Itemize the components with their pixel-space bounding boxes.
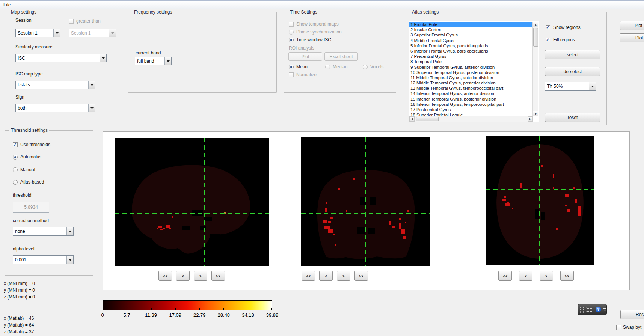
colorbar-tick — [223, 308, 224, 310]
nav-next-button[interactable]: > — [540, 271, 553, 281]
activation-voxel — [556, 228, 558, 231]
atlas-region-item[interactable]: 5 Inferior Frontal Gyrus, pars triangula… — [409, 43, 533, 48]
similarity-measure-dropdown[interactable]: ISC — [15, 54, 107, 62]
vertical-scroll-thumb[interactable]: ☰ — [533, 28, 538, 47]
nav-first-button[interactable]: << — [158, 271, 172, 281]
menu-bar: File — [0, 1, 644, 9]
atlas-threshold-value: Th 50% — [545, 82, 589, 90]
nav-last-button[interactable]: >> — [354, 271, 368, 281]
atlas-based-radio[interactable] — [13, 180, 18, 185]
atlas-settings-panel: Atlas settings 1 Frontal Pole2 Insular C… — [406, 12, 607, 125]
activation-voxel — [403, 236, 406, 238]
brain-view-axial[interactable] — [486, 136, 594, 265]
activation-voxel — [399, 218, 400, 219]
dark-patch — [535, 209, 539, 219]
activation-voxel — [399, 223, 401, 228]
plot-axial-button[interactable]: Plot axia — [620, 33, 644, 42]
isc-map-type-dropdown[interactable]: t-stats — [15, 81, 95, 89]
nav-prev-button[interactable]: < — [319, 271, 333, 281]
scroll-right-icon[interactable]: ▶ — [528, 116, 533, 122]
atlas-region-item[interactable]: 16 Inferior Temporal Gyrus, temporooccip… — [409, 102, 533, 107]
activation-voxel — [157, 228, 159, 229]
brain-view-coronal[interactable] — [301, 137, 430, 266]
voxels-radio — [363, 65, 368, 69]
show-regions-label: Show regions — [553, 25, 581, 30]
atlas-region-item[interactable]: 14 Inferior Temporal Gyrus, anterior div… — [409, 91, 533, 96]
atlas-region-item[interactable]: 17 Postcentral Gyrus — [409, 107, 533, 112]
chevron-down-icon — [109, 29, 116, 37]
activation-voxel — [392, 226, 395, 228]
keyboard-icon[interactable] — [586, 307, 593, 312]
nav-last-button[interactable]: >> — [211, 271, 225, 281]
atlas-region-item[interactable]: 6 Inferior Frontal Gyrus, pars opercular… — [409, 48, 533, 54]
atlas-vertical-scrollbar[interactable]: ▲ ☰ ▼ — [532, 22, 538, 116]
nav-next-button[interactable]: > — [337, 271, 350, 281]
activation-voxel — [325, 208, 327, 212]
atlas-region-item[interactable]: 15 Inferior Temporal Gyrus, posterior di… — [409, 96, 533, 102]
nav-last-button[interactable]: >> — [560, 271, 574, 281]
activation-voxel — [504, 196, 506, 198]
automatic-radio[interactable] — [13, 155, 18, 160]
colorbar-tick-label: 28.48 — [218, 312, 230, 318]
atlas-region-item[interactable]: 13 Middle Temporal Gyrus, temporooccipit… — [409, 86, 533, 91]
reset-regions-button[interactable]: reset — [545, 113, 600, 122]
atlas-region-item[interactable]: 1 Frontal Pole — [409, 22, 533, 27]
nav-prev-button[interactable]: < — [519, 271, 532, 281]
menu-file[interactable]: File — [0, 1, 14, 9]
chevron-down-icon — [100, 54, 106, 62]
brain-view-sagittal[interactable] — [115, 138, 269, 266]
drag-handle-icon[interactable] — [580, 306, 584, 313]
isc-map-type-value: t-stats — [16, 81, 88, 89]
nav-next-button[interactable]: > — [194, 271, 207, 281]
time-window-isc-radio[interactable] — [289, 38, 294, 42]
atlas-region-item[interactable]: 10 Superior Temporal Gyrus, posterior di… — [409, 70, 533, 75]
use-thresholds-checkbox[interactable] — [13, 142, 18, 147]
manual-radio[interactable] — [13, 167, 18, 172]
plot-image-button[interactable]: Plot imag — [620, 21, 644, 30]
swap-bytes-label: Swap byt — [623, 325, 641, 330]
fill-regions-label: Fill regions — [553, 37, 575, 42]
deselect-button[interactable]: de-select — [545, 67, 600, 76]
colorbar-tick — [103, 308, 103, 310]
atlas-region-item[interactable]: 2 Insular Cortex — [409, 27, 533, 32]
nav-first-button[interactable]: << — [498, 271, 512, 281]
fill-regions-checkbox[interactable] — [546, 38, 550, 42]
reset-button[interactable]: Rese — [620, 310, 644, 319]
scroll-down-icon[interactable]: ▼ — [533, 111, 538, 116]
session-dropdown[interactable]: Session 1 — [15, 29, 60, 37]
minimize-icon[interactable] — [603, 308, 606, 311]
current-band-label: current band — [136, 50, 161, 56]
map-settings-title: Map settings — [9, 9, 38, 15]
atlas-region-item[interactable]: 12 Middle Temporal Gyrus, posterior divi… — [409, 80, 533, 86]
median-label: Median — [333, 64, 347, 69]
current-band-dropdown[interactable]: full band — [135, 57, 172, 65]
nav-prev-button[interactable]: < — [176, 271, 190, 281]
help-icon[interactable]: ? — [596, 307, 601, 312]
mean-radio[interactable] — [289, 65, 294, 69]
alpha-level-value: 0.001 — [13, 256, 66, 264]
atlas-region-item[interactable]: 9 Superior Temporal Gyrus, anterior divi… — [409, 65, 533, 70]
atlas-threshold-dropdown[interactable]: Th 50% — [545, 82, 596, 91]
correction-method-dropdown[interactable]: none — [13, 227, 74, 236]
nav-first-button[interactable]: << — [302, 271, 315, 281]
select-button[interactable]: select — [545, 50, 600, 59]
atlas-horizontal-scrollbar[interactable]: ◀ ⋮⋮ ▶ — [409, 116, 533, 122]
scroll-left-icon[interactable]: ◀ — [409, 116, 415, 122]
horizontal-scroll-thumb[interactable]: ⋮⋮ — [416, 117, 439, 121]
atlas-region-item[interactable]: 8 Temporal Pole — [409, 59, 533, 64]
atlas-based-label: Atlas-based — [20, 179, 44, 185]
atlas-region-item[interactable]: 7 Precentral Gyrus — [409, 54, 533, 59]
scroll-up-icon[interactable]: ▲ — [533, 22, 538, 27]
atlas-region-listbox[interactable]: 1 Frontal Pole2 Insular Cortex3 Superior… — [409, 21, 539, 122]
dark-patch — [357, 227, 365, 234]
swap-bytes-checkbox[interactable] — [616, 325, 621, 330]
dark-patch — [182, 226, 189, 230]
sign-dropdown[interactable]: both — [15, 104, 95, 112]
activation-voxel — [353, 178, 355, 180]
atlas-region-item[interactable]: 4 Middle Frontal Gyrus — [409, 38, 533, 43]
show-regions-checkbox[interactable] — [546, 25, 550, 30]
atlas-region-item[interactable]: 11 Middle Temporal Gyrus, anterior divis… — [409, 75, 533, 80]
atlas-region-item[interactable]: 3 Superior Frontal Gyrus — [409, 32, 533, 38]
alpha-level-dropdown[interactable]: 0.001 — [13, 255, 74, 264]
coronal-slice-nav: <<<>>> — [302, 271, 368, 281]
